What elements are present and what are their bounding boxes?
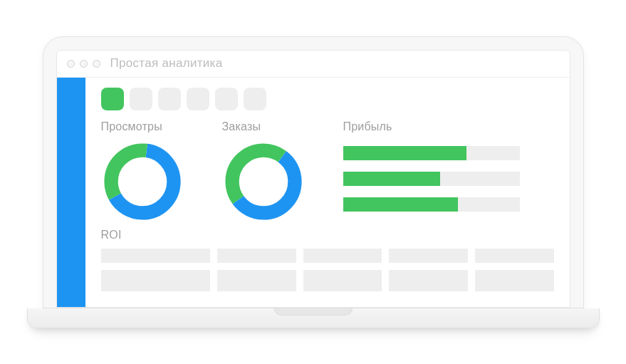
tab-4[interactable]	[187, 88, 209, 110]
metric-views: Просмотры	[101, 120, 222, 223]
roi-cell	[389, 270, 468, 291]
minimize-icon[interactable]	[80, 60, 88, 68]
sidebar[interactable]	[57, 78, 85, 307]
maximize-icon[interactable]	[93, 60, 100, 68]
tab-6[interactable]	[244, 88, 266, 110]
titlebar: Простая аналитика	[57, 51, 570, 78]
traffic-lights	[67, 60, 100, 68]
window-title: Простая аналитика	[110, 56, 223, 71]
roi-cell	[475, 270, 554, 291]
metric-profit-label: Прибыль	[343, 120, 554, 133]
roi-cell	[101, 270, 211, 291]
metric-orders-label: Заказы	[222, 120, 343, 133]
roi-header-cell	[303, 249, 382, 263]
tab-5[interactable]	[215, 88, 238, 110]
metric-views-label: Просмотры	[101, 120, 222, 133]
metric-orders: Заказы	[222, 120, 343, 223]
metric-profit: Прибыль	[343, 120, 554, 223]
roi-cell	[303, 270, 382, 291]
laptop-mockup: Простая аналитика Просмот	[43, 36, 584, 328]
roi-data-row	[101, 270, 554, 291]
roi-header-cell	[389, 249, 468, 263]
app-body: Просмотры Заказы	[57, 78, 570, 307]
metrics-row: Просмотры Заказы	[101, 120, 554, 223]
laptop-base	[27, 308, 600, 328]
profit-bars	[343, 140, 554, 212]
roi-header-cell	[101, 249, 211, 263]
screen-frame: Простая аналитика Просмот	[43, 36, 584, 308]
profit-bar-2	[343, 172, 520, 186]
roi-header-cell	[475, 249, 554, 263]
views-donut-chart	[101, 140, 184, 223]
roi-header-row	[101, 249, 554, 263]
profit-bar-3	[343, 197, 520, 212]
profit-bar-2-fill	[343, 172, 440, 186]
profit-bar-1-fill	[343, 146, 467, 160]
tab-2[interactable]	[130, 88, 152, 110]
content-area: Просмотры Заказы	[85, 78, 570, 307]
roi-cell	[217, 270, 296, 291]
orders-donut-chart	[222, 140, 305, 223]
profit-bar-1	[343, 146, 520, 160]
roi-section: ROI	[101, 229, 554, 291]
close-icon[interactable]	[67, 60, 75, 68]
roi-header-cell	[217, 249, 296, 263]
app-window: Простая аналитика Просмот	[56, 50, 570, 308]
tab-1[interactable]	[101, 88, 124, 110]
profit-bar-3-fill	[343, 197, 458, 212]
tabs-row	[101, 88, 554, 110]
tab-3[interactable]	[158, 88, 181, 110]
roi-label: ROI	[101, 229, 554, 241]
